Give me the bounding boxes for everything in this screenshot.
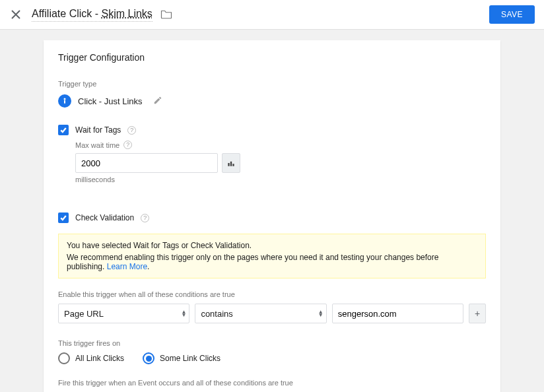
- close-icon[interactable]: [9, 8, 22, 21]
- wait-for-tags-help-icon[interactable]: ?: [127, 126, 136, 135]
- enable-variable-select[interactable]: Page URL ▲▼: [58, 304, 189, 323]
- folder-icon[interactable]: [160, 9, 172, 21]
- save-button[interactable]: SAVE: [489, 5, 535, 24]
- max-wait-label-row: Max wait time ?: [75, 141, 486, 149]
- fires-on-row: All Link Clicks Some Link Clicks: [58, 352, 486, 364]
- check-validation-row: Check Validation ?: [58, 212, 486, 223]
- max-wait-units: milliseconds: [75, 176, 486, 183]
- info-banner: You have selected Wait for Tags or Check…: [58, 234, 486, 278]
- all-link-clicks-label: All Link Clicks: [75, 354, 124, 363]
- info-bold: You have selected Wait for Tags or Check…: [67, 241, 477, 250]
- add-enable-condition-button[interactable]: +: [469, 304, 486, 323]
- page-background: Trigger Configuration Trigger type Click…: [0, 30, 544, 392]
- page-title[interactable]: Affiliate Click - Skim Links: [32, 8, 153, 22]
- link-click-icon: [58, 94, 71, 108]
- wait-for-tags-row: Wait for Tags ?: [58, 125, 486, 135]
- card-heading: Trigger Configuration: [58, 52, 486, 63]
- radio-unchecked-icon: [58, 352, 70, 364]
- trigger-type-label: Trigger type: [58, 80, 486, 88]
- trigger-type-name: Click - Just Links: [78, 96, 143, 106]
- max-wait-input[interactable]: [75, 153, 218, 173]
- wait-for-tags-label: Wait for Tags: [75, 125, 121, 135]
- radio-checked-icon: [143, 352, 154, 364]
- fires-on-label: This trigger fires on: [58, 339, 486, 347]
- wait-for-tags-checkbox[interactable]: [58, 125, 69, 135]
- enable-conditions-label: Enable this trigger when all of these co…: [58, 290, 486, 298]
- top-bar: Affiliate Click - Skim Links SAVE: [0, 0, 544, 30]
- max-wait-help-icon[interactable]: ?: [123, 141, 132, 149]
- enable-operator-value: contains: [201, 309, 232, 319]
- title-linked: Skim Links: [102, 8, 153, 19]
- title-prefix: Affiliate Click -: [32, 8, 102, 19]
- edit-trigger-type-icon[interactable]: [153, 96, 162, 107]
- svg-point-0: [64, 98, 66, 100]
- trigger-type-row: Click - Just Links: [58, 94, 486, 108]
- all-link-clicks-radio[interactable]: All Link Clicks: [58, 352, 124, 364]
- enable-condition-row: Page URL ▲▼ contains ▲▼ +: [58, 304, 486, 323]
- variable-picker-button[interactable]: [222, 153, 240, 173]
- some-link-clicks-label: Some Link Clicks: [160, 354, 221, 363]
- max-wait-label: Max wait time: [75, 141, 119, 149]
- trigger-card: Trigger Configuration Trigger type Click…: [44, 40, 500, 392]
- enable-value-input[interactable]: [332, 304, 463, 323]
- learn-more-link[interactable]: Learn More: [107, 262, 147, 271]
- wait-sub-block: Max wait time ? milliseconds: [75, 141, 486, 183]
- some-link-clicks-radio[interactable]: Some Link Clicks: [143, 352, 221, 364]
- enable-variable-value: Page URL: [64, 309, 104, 319]
- check-validation-checkbox[interactable]: [58, 212, 69, 223]
- check-validation-label: Check Validation: [75, 213, 134, 222]
- fire-when-label: Fire this trigger when an Event occurs a…: [58, 379, 486, 387]
- check-validation-help-icon[interactable]: ?: [141, 214, 149, 222]
- enable-operator-select[interactable]: contains ▲▼: [195, 304, 326, 323]
